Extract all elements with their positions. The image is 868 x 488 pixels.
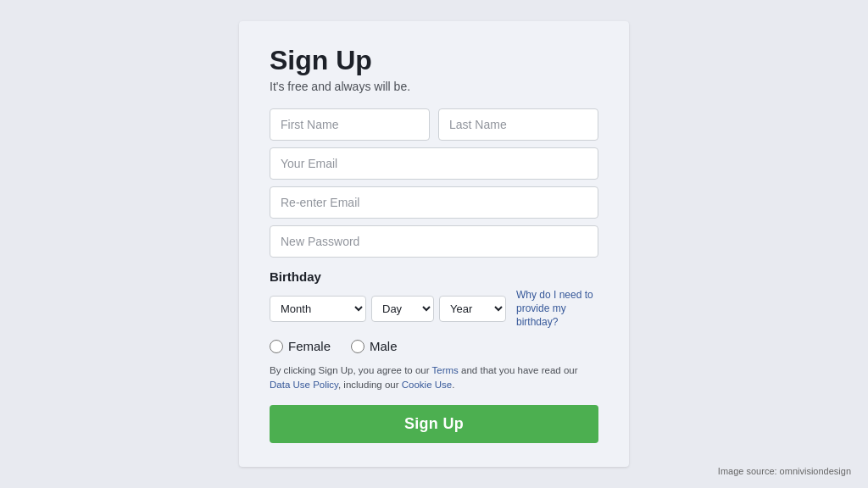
reenter-email-input[interactable] [270,186,598,219]
female-label: Female [288,339,331,353]
terms-text: By clicking Sign Up, you agree to our Te… [270,363,598,393]
page-subtitle: It's free and always will be. [270,80,598,93]
password-input[interactable] [270,225,598,258]
birthday-label: Birthday [270,269,598,284]
gender-row: Female Male [270,339,598,353]
female-option[interactable]: Female [270,339,331,353]
female-radio[interactable] [270,340,283,353]
email-input[interactable] [270,147,598,180]
data-use-link[interactable]: Data Use Policy [270,380,338,390]
cookie-use-link[interactable]: Cookie Use [402,380,452,390]
page-title: Sign Up [270,45,598,76]
terms-text-4: . [452,380,454,390]
male-radio[interactable] [351,340,364,353]
male-label: Male [370,339,398,353]
image-source-label: Image source: omnivisiondesign [718,466,851,476]
male-option[interactable]: Male [351,339,398,353]
terms-text-3: , including our [338,380,402,390]
birthday-row: Month JanuaryFebruaryMarch AprilMayJune … [270,289,598,329]
terms-text-2: and that you have read our [459,365,578,375]
signup-card: Sign Up It's free and always will be. Bi… [239,21,629,466]
month-select[interactable]: Month JanuaryFebruaryMarch AprilMayJune … [270,296,366,322]
terms-link[interactable]: Terms [432,365,459,375]
day-select[interactable]: Day for(let i=1;i<=31;i++) document.writ… [371,296,434,322]
last-name-input[interactable] [438,108,598,141]
year-select[interactable]: Year for(let y=2024;y>=1900;y--) documen… [439,296,506,322]
birthday-help-link[interactable]: Why do I need to provide my birthday? [516,289,598,329]
name-row [270,108,598,141]
first-name-input[interactable] [270,108,430,141]
signup-button[interactable]: Sign Up [270,405,598,443]
terms-text-1: By clicking Sign Up, you agree to our [270,365,432,375]
